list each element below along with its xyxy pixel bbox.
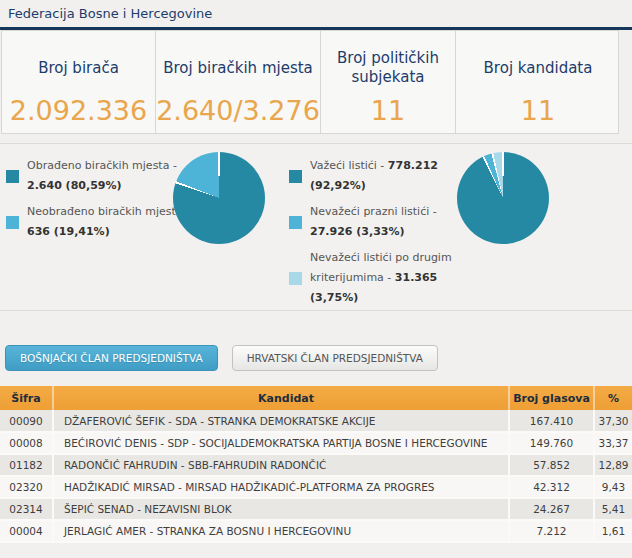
legend-item: Nevažeći listići po drugimkriterijumima … [289, 248, 449, 308]
cell-votes: 24.267 [509, 498, 594, 520]
stat-value: 11 [321, 95, 455, 126]
cell-votes: 149.760 [509, 432, 594, 454]
cell-code: 02320 [0, 476, 53, 498]
column-header-percent: % [594, 386, 632, 410]
legend-label: Nevažeći listići po drugimkriterijumima … [310, 248, 452, 308]
legend-item: Važeći listići - 778.212(92,92%) [289, 156, 449, 196]
legend-swatch-icon [289, 272, 302, 285]
cell-candidate: ŠEPIĆ SENAD - NEZAVISNI BLOK [53, 498, 509, 520]
tab-bosniak-member[interactable]: BOŠNJAČKI ČLAN PREDSJEDNIŠTVA [5, 345, 218, 371]
cell-code: 00008 [0, 432, 53, 454]
legend-swatch-icon [6, 216, 19, 229]
tab-croat-member[interactable]: HRVATSKI ČLAN PREDSJEDNIŠTVA [232, 345, 438, 371]
cell-code: 02314 [0, 498, 53, 520]
cell-code: 00090 [0, 410, 53, 432]
charts-section: Obrađeno biračkih mjesta -2.640 (80,59%)… [0, 143, 632, 311]
cell-votes: 57.852 [509, 454, 594, 476]
cell-votes: 42.312 [509, 476, 594, 498]
table-row: 00004JERLAGIĆ AMER - STRANKA ZA BOSNU I … [0, 520, 632, 542]
cell-percent: 12,89 [594, 454, 632, 476]
stat-value: 2.640/3.276 [156, 95, 320, 126]
legend-swatch-icon [6, 170, 19, 183]
cell-code: 00004 [0, 520, 53, 542]
legend-item: Nevažeći prazni listići -27.926 (3,33%) [289, 202, 449, 242]
legend-item: Obrađeno biračkih mjesta -2.640 (80,59%) [6, 156, 171, 196]
cell-percent: 1,61 [594, 520, 632, 542]
table-row: 00090DŽAFEROVIĆ ŠEFIK - SDA - STRANKA DE… [0, 410, 632, 432]
column-header-votes: Broj glasova [509, 386, 594, 410]
results-table-header: Šifra Kandidat Broj glasova % [0, 386, 632, 410]
table-row: 01182RADONČIĆ FAHRUDIN - SBB-FAHRUDIN RA… [0, 454, 632, 476]
cell-candidate: JERLAGIĆ AMER - STRANKA ZA BOSNU I HERCE… [53, 520, 509, 542]
legend-swatch-icon [289, 216, 302, 229]
cell-candidate: BEĆIROVIĆ DENIS - SDP - SOCIJALDEMOKRATS… [53, 432, 509, 454]
cell-percent: 37,30 [594, 410, 632, 432]
stat-value: 11 [456, 95, 620, 126]
cell-percent: 9,43 [594, 476, 632, 498]
page-title: Federacija Bosne i Hercegovine [8, 6, 212, 21]
results-table: Šifra Kandidat Broj glasova % 00090DŽAFE… [0, 386, 632, 543]
stat-label: Broj političkih subjekata [321, 47, 455, 89]
stat-label: Broj biračkih mjesta [156, 47, 320, 89]
stat-value: 2.092.336 [2, 95, 155, 126]
legend-label: Važeći listići - 778.212(92,92%) [310, 156, 438, 196]
stat-candidates: Broj kandidata 11 [456, 31, 620, 133]
pie-chart [173, 152, 265, 244]
column-header-candidate: Kandidat [53, 386, 509, 410]
cell-percent: 33,37 [594, 432, 632, 454]
cell-code: 01182 [0, 454, 53, 476]
chart-ballots: Važeći listići - 778.212(92,92%)Nevažeći… [265, 152, 549, 314]
cell-candidate: RADONČIĆ FAHRUDIN - SBB-FAHRUDIN RADONČI… [53, 454, 509, 476]
header-bar: Federacija Bosne i Hercegovine [0, 0, 632, 30]
stat-voters: Broj birača 2.092.336 [2, 31, 156, 133]
legend-swatch-icon [289, 170, 302, 183]
legend-label: Neobrađeno biračkih mjesta -636 (19,41%) [27, 202, 190, 242]
cell-candidate: HADŽIKADIĆ MIRSAD - MIRSAD HADŽIKADIĆ-PL… [53, 476, 509, 498]
stat-polling-stations: Broj biračkih mjesta 2.640/3.276 [156, 31, 321, 133]
results-table-body: 00090DŽAFEROVIĆ ŠEFIK - SDA - STRANKA DE… [0, 410, 632, 542]
pie-chart [457, 152, 549, 244]
tabs-bar: BOŠNJAČKI ČLAN PREDSJEDNIŠTVA HRVATSKI Č… [5, 345, 632, 371]
column-header-code: Šifra [0, 386, 53, 410]
legend-label: Obrađeno biračkih mjesta -2.640 (80,59%) [27, 156, 177, 196]
cell-candidate: DŽAFEROVIĆ ŠEFIK - SDA - STRANKA DEMOKRA… [53, 410, 509, 432]
pie-legend: Važeći listići - 778.212(92,92%)Nevažeći… [289, 152, 449, 314]
stat-political-subjects: Broj političkih subjekata 11 [321, 31, 456, 133]
pie-legend: Obrađeno biračkih mjesta -2.640 (80,59%)… [6, 152, 171, 248]
stat-label: Broj kandidata [456, 47, 620, 89]
table-row: 02320HADŽIKADIĆ MIRSAD - MIRSAD HADŽIKAD… [0, 476, 632, 498]
cell-votes: 167.410 [509, 410, 594, 432]
cell-percent: 5,41 [594, 498, 632, 520]
stat-label: Broj birača [2, 47, 155, 89]
table-row: 00008BEĆIROVIĆ DENIS - SDP - SOCIJALDEMO… [0, 432, 632, 454]
chart-polling-stations: Obrađeno biračkih mjesta -2.640 (80,59%)… [6, 152, 265, 248]
legend-item: Neobrađeno biračkih mjesta -636 (19,41%) [6, 202, 171, 242]
table-row: 02314ŠEPIĆ SENAD - NEZAVISNI BLOK24.2675… [0, 498, 632, 520]
cell-votes: 7.212 [509, 520, 594, 542]
legend-label: Nevažeći prazni listići -27.926 (3,33%) [310, 202, 437, 242]
stats-panel: Broj birača 2.092.336 Broj biračkih mjes… [1, 30, 619, 134]
